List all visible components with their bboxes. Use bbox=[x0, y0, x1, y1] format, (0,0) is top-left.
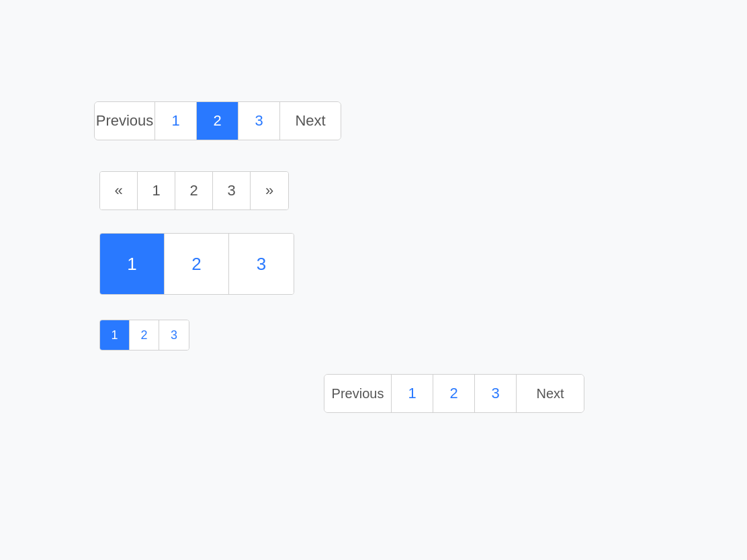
pagination-5: Previous 1 2 3 Next bbox=[324, 374, 584, 413]
pagination-3-page-3[interactable]: 3 bbox=[229, 234, 294, 294]
pagination-5-page-2[interactable]: 2 bbox=[433, 375, 475, 412]
pagination-5-page-3[interactable]: 3 bbox=[475, 375, 517, 412]
pagination-1-group: Previous 1 2 3 Next bbox=[94, 101, 341, 140]
pagination-1-page-3[interactable]: 3 bbox=[238, 102, 280, 140]
pagination-3-page-1[interactable]: 1 bbox=[100, 234, 165, 294]
pagination-2-page-3[interactable]: 3 bbox=[213, 172, 251, 209]
pagination-2: « 1 2 3 » bbox=[99, 171, 289, 210]
pagination-1-next[interactable]: Next bbox=[280, 102, 341, 140]
pagination-4-page-1[interactable]: 1 bbox=[100, 320, 130, 350]
pagination-2-page-2[interactable]: 2 bbox=[175, 172, 213, 209]
pagination-1: Previous 1 2 3 Next bbox=[94, 101, 341, 140]
pagination-1-prev[interactable]: Previous bbox=[95, 102, 155, 140]
pagination-4: 1 2 3 bbox=[99, 320, 189, 351]
pagination-4-page-2[interactable]: 2 bbox=[130, 320, 159, 350]
pagination-5-group: Previous 1 2 3 Next bbox=[324, 374, 584, 413]
pagination-2-page-1[interactable]: 1 bbox=[138, 172, 175, 209]
pagination-1-page-2[interactable]: 2 bbox=[197, 102, 238, 140]
pagination-5-next[interactable]: Next bbox=[517, 375, 584, 412]
pagination-4-page-3[interactable]: 3 bbox=[159, 320, 189, 350]
pagination-2-next-arrow[interactable]: » bbox=[251, 172, 288, 209]
pagination-4-group: 1 2 3 bbox=[99, 320, 189, 351]
pagination-2-prev-arrow[interactable]: « bbox=[100, 172, 138, 209]
pagination-3-page-2[interactable]: 2 bbox=[165, 234, 229, 294]
pagination-3: 1 2 3 bbox=[99, 233, 294, 295]
pagination-5-page-1[interactable]: 1 bbox=[392, 375, 433, 412]
pagination-5-prev[interactable]: Previous bbox=[324, 375, 392, 412]
pagination-3-group: 1 2 3 bbox=[99, 233, 294, 295]
pagination-1-page-1[interactable]: 1 bbox=[155, 102, 197, 140]
pagination-2-group: « 1 2 3 » bbox=[99, 171, 289, 210]
